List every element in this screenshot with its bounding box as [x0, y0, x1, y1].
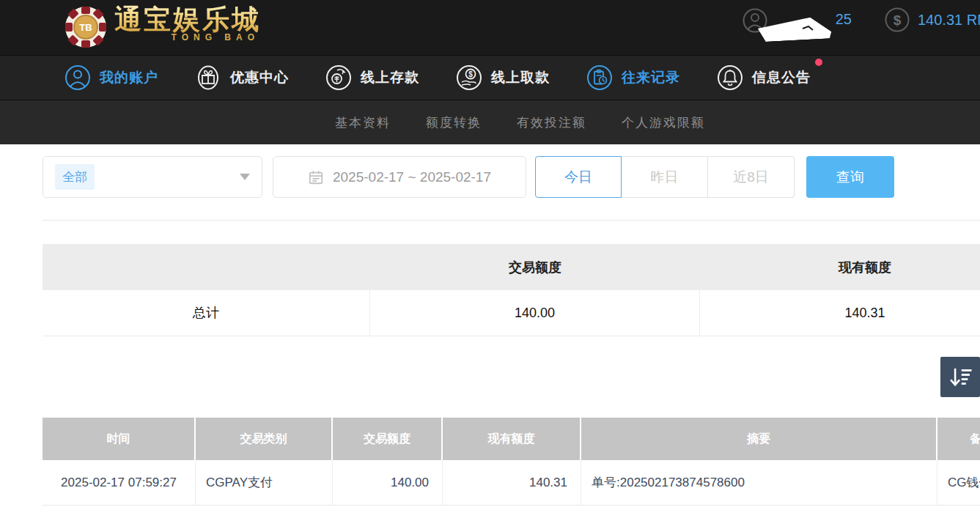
- summary-header-transaction-amount: 交易额度: [370, 244, 700, 290]
- date-range-input[interactable]: 2025-02-17 ~ 2025-02-17: [273, 156, 526, 198]
- table-row: 2025-02-17 07:59:27 CGPAY支付 140.00 140.3…: [43, 460, 980, 506]
- bell-icon: [717, 64, 743, 91]
- summary-total-transaction-amount: 140.00: [370, 290, 700, 336]
- quick-range-yesterday[interactable]: 昨日: [622, 156, 708, 198]
- user-account-summary[interactable]: 25: [742, 7, 852, 34]
- nav-item-my-account[interactable]: 我的账户: [65, 64, 158, 91]
- subnav-item-valid-bets[interactable]: 有效投注额: [517, 114, 586, 131]
- quick-range-today[interactable]: 今日: [535, 156, 622, 198]
- nav-label: 信息公告: [752, 68, 811, 87]
- record-amount: 140.00: [333, 460, 443, 505]
- summary-header-current-balance: 现有额度: [700, 244, 980, 290]
- gift-icon: [195, 64, 221, 91]
- svg-text:$: $: [468, 70, 473, 78]
- notification-dot: [815, 59, 822, 66]
- subnav-item-game-limits[interactable]: 个人游戏限额: [622, 114, 705, 131]
- records-header-row: 时间 交易类别 交易额度 现有额度 摘要 备注: [43, 418, 980, 460]
- username-visible-text: 25: [836, 11, 852, 28]
- query-button[interactable]: 查询: [806, 156, 894, 198]
- withdraw-icon: $: [456, 64, 482, 91]
- sort-descending-icon: [946, 363, 974, 391]
- records-table: 时间 交易类别 交易额度 现有额度 摘要 备注 2025-02-17 07:59…: [43, 418, 980, 506]
- nav-label: 线上存款: [361, 68, 419, 87]
- nav-label: 优惠中心: [230, 68, 289, 87]
- records-header-amount: 交易额度: [333, 418, 443, 460]
- poker-chip-icon: TB: [63, 4, 108, 50]
- category-select[interactable]: 全部: [43, 156, 262, 198]
- nav-item-withdraw[interactable]: $ 线上取款: [456, 64, 550, 91]
- record-balance: 140.31: [443, 460, 581, 505]
- summary-header-row: 交易额度 现有额度: [43, 244, 980, 290]
- summary-header-empty: [43, 244, 370, 290]
- sort-descending-button[interactable]: [940, 357, 980, 397]
- nav-item-promotions[interactable]: 优惠中心: [195, 64, 289, 91]
- record-remark: CG钱包: [937, 460, 980, 505]
- record-time: 2025-02-17 07:59:27: [43, 460, 196, 505]
- balance-amount: 140.31 RMB: [918, 12, 980, 29]
- record-summary: 单号:202502173874578600: [581, 460, 937, 505]
- summary-total-current-balance: 140.31: [700, 290, 980, 336]
- main-navigation: 我的账户 优惠中心 线上存款 $ 线上取款: [0, 55, 980, 100]
- category-selected-chip: 全部: [55, 164, 95, 190]
- records-header-type: 交易类别: [196, 418, 333, 460]
- brand-title-en: TONG BAO: [172, 32, 259, 42]
- subnav-item-basic-info[interactable]: 基本资料: [335, 114, 391, 131]
- calendar-icon: [308, 169, 324, 185]
- records-icon: [586, 64, 613, 91]
- subnav-item-quota-transfer[interactable]: 额度转换: [426, 114, 482, 131]
- redaction-pen-mark: [802, 26, 814, 32]
- account-sub-navigation: 基本资料 额度转换 有效投注额 个人游戏限额: [0, 100, 980, 144]
- summary-total-row: 总计 140.00 140.31: [43, 290, 980, 336]
- balance-summary[interactable]: $ 140.31 RMB: [884, 7, 980, 33]
- nav-item-deposit[interactable]: 线上存款: [325, 64, 419, 91]
- records-header-time: 时间: [43, 418, 196, 460]
- redaction-scribble: [757, 16, 831, 42]
- chevron-down-icon: [240, 174, 250, 180]
- quick-range-last-8-days[interactable]: 近8日: [708, 156, 795, 198]
- svg-text:TB: TB: [79, 22, 92, 33]
- section-divider: [43, 220, 980, 221]
- records-header-summary: 摘要: [581, 418, 937, 460]
- account-icon: [65, 64, 91, 91]
- date-range-value: 2025-02-17 ~ 2025-02-17: [333, 169, 491, 185]
- nav-label: 往来记录: [622, 68, 680, 87]
- records-header-balance: 现有额度: [443, 418, 581, 460]
- dollar-coin-icon: $: [884, 7, 910, 33]
- deposit-icon: [325, 64, 352, 91]
- nav-label: 我的账户: [100, 68, 158, 87]
- quick-range-group: 今日 昨日 近8日: [535, 156, 795, 198]
- brand-logo[interactable]: TB 通宝娱乐城 TONG BAO: [63, 3, 261, 50]
- summary-table: 交易额度 现有额度 总计 140.00 140.31: [43, 244, 980, 336]
- records-page-content: 全部 2025-02-17 ~ 2025-02-17 今日 昨日 近8日 查询 …: [0, 144, 980, 518]
- nav-item-records[interactable]: 往来记录: [586, 64, 680, 91]
- summary-total-label: 总计: [43, 290, 370, 336]
- redacted-username: 25: [775, 7, 852, 34]
- nav-item-announcements[interactable]: 信息公告: [717, 64, 811, 91]
- svg-text:$: $: [894, 12, 902, 28]
- record-type: CGPAY支付: [196, 460, 333, 505]
- nav-label: 线上取款: [491, 68, 550, 87]
- records-header-remark: 备注: [937, 418, 980, 460]
- top-header: TB 通宝娱乐城 TONG BAO 25 $ 140.31 RMB: [0, 0, 980, 55]
